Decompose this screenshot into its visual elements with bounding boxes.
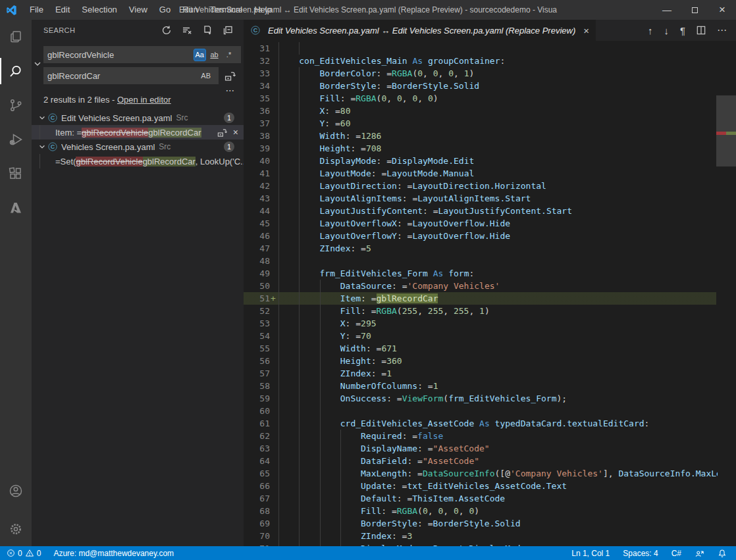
menu-item-edit[interactable]: Edit bbox=[49, 0, 76, 20]
line-number[interactable]: 68 bbox=[244, 505, 278, 517]
line-number[interactable]: 41 bbox=[244, 167, 278, 180]
code-line[interactable]: 35Fill: =RGBA(0, 0, 0, 0) bbox=[244, 92, 736, 105]
sidebar-item-source-control[interactable] bbox=[0, 88, 32, 122]
code-line[interactable]: 66Update: =txt_EditVehicles_AssetCode.Te… bbox=[244, 480, 736, 492]
menu-item-selection[interactable]: Selection bbox=[76, 0, 122, 20]
line-number[interactable]: 48 bbox=[244, 255, 278, 267]
line-number[interactable]: 65 bbox=[244, 467, 278, 480]
whole-word-toggle[interactable]: ab bbox=[208, 49, 221, 61]
code-line[interactable]: 55Width: =671 bbox=[244, 342, 736, 355]
indentation-status[interactable]: Spaces: 4 bbox=[623, 549, 658, 558]
code-line[interactable]: 53X: =295 bbox=[244, 317, 736, 330]
toggle-replace-chevron[interactable] bbox=[33, 59, 42, 68]
code-line[interactable]: 34BorderStyle: =BorderStyle.Solid bbox=[244, 80, 736, 92]
line-number[interactable]: 59 bbox=[244, 392, 278, 405]
scrollbar-thumb[interactable] bbox=[716, 95, 736, 166]
line-number[interactable]: 55 bbox=[244, 342, 278, 355]
azure-account-status[interactable]: Azure: md@matthewdevaney.com bbox=[53, 549, 174, 558]
line-number[interactable]: 36 bbox=[244, 105, 278, 117]
refresh-button[interactable] bbox=[160, 24, 173, 37]
line-number[interactable]: 63 bbox=[244, 442, 278, 455]
sidebar-item-search[interactable] bbox=[0, 54, 32, 88]
replace-input[interactable] bbox=[43, 71, 199, 81]
line-number[interactable]: 35 bbox=[244, 92, 278, 105]
code-line[interactable]: 37Y: =60 bbox=[244, 117, 736, 130]
line-number[interactable]: 39 bbox=[244, 142, 278, 155]
code-line[interactable]: 43LayoutAlignItems: =LayoutAlignItems.St… bbox=[244, 192, 736, 205]
code-line[interactable]: 40DisplayMode: =DisplayMode.Edit bbox=[244, 155, 736, 167]
collapse-all-button[interactable] bbox=[221, 24, 234, 37]
code-line[interactable]: 62Required: =false bbox=[244, 430, 736, 442]
line-number[interactable]: 33 bbox=[244, 67, 278, 80]
line-number[interactable]: 40 bbox=[244, 155, 278, 167]
code-editor[interactable]: 3132con_EditVehicles_Main As groupContai… bbox=[244, 41, 736, 546]
toggle-search-details-button[interactable]: ⋯ bbox=[223, 86, 238, 95]
code-line[interactable]: 47ZIndex: =5 bbox=[244, 242, 736, 255]
line-number[interactable]: 38 bbox=[244, 130, 278, 142]
code-line[interactable]: 68Fill: =RGBA(0, 0, 0, 0) bbox=[244, 505, 736, 517]
dismiss-match-button[interactable]: × bbox=[233, 127, 238, 138]
preserve-case-toggle[interactable]: AB bbox=[199, 70, 213, 82]
code-line[interactable]: 48 bbox=[244, 255, 736, 267]
account-button[interactable] bbox=[0, 474, 32, 508]
code-line[interactable]: 32con_EditVehicles_Main As groupContaine… bbox=[244, 55, 736, 67]
tab-replace-preview[interactable]: C Edit Vehicles Screen.pa.yaml ↔ Edit Ve… bbox=[244, 20, 596, 41]
render-whitespace-button[interactable]: ¶ bbox=[680, 25, 685, 36]
open-in-editor-link[interactable]: Open in editor bbox=[117, 95, 171, 105]
code-line[interactable]: 52Fill: =RGBA(255, 255, 255, 1) bbox=[244, 305, 736, 317]
split-editor-button[interactable] bbox=[697, 26, 706, 35]
close-window-button[interactable]: × bbox=[708, 0, 736, 20]
code-line[interactable]: 65MaxLength: =DataSourceInfo([@'Company … bbox=[244, 467, 736, 480]
code-line[interactable]: 60 bbox=[244, 405, 736, 417]
replace-match-button[interactable] bbox=[217, 128, 227, 138]
scrollbar[interactable] bbox=[716, 41, 736, 546]
file-result-row[interactable]: C Vehicles Screen.pa.yaml Src 1 bbox=[32, 140, 244, 154]
line-number[interactable]: 45 bbox=[244, 217, 278, 230]
code-line[interactable]: 70ZIndex: =3 bbox=[244, 530, 736, 542]
code-line[interactable]: 31 bbox=[244, 42, 736, 55]
code-line[interactable]: 63DisplayName: ="AssetCode" bbox=[244, 442, 736, 455]
line-number[interactable]: 52 bbox=[244, 305, 278, 317]
code-line[interactable]: 33BorderColor: =RGBA(0, 0, 0, 1) bbox=[244, 67, 736, 80]
code-line[interactable]: 45LayoutOverflowX: =LayoutOverflow.Hide bbox=[244, 217, 736, 230]
cursor-position-status[interactable]: Ln 1, Col 1 bbox=[571, 549, 610, 558]
code-line[interactable]: 44LayoutJustifyContent: =LayoutJustifyCo… bbox=[244, 205, 736, 217]
line-number[interactable]: 70 bbox=[244, 530, 278, 542]
line-number[interactable]: 60 bbox=[244, 405, 278, 417]
close-tab-button[interactable]: × bbox=[583, 25, 589, 36]
code-line[interactable]: 49frm_EditVehicles_Form As form: bbox=[244, 267, 736, 280]
code-line[interactable]: 51+Item: =gblRecordCar bbox=[244, 292, 736, 305]
line-number[interactable]: 37 bbox=[244, 117, 278, 130]
match-case-toggle[interactable]: Aa bbox=[194, 49, 206, 61]
line-number[interactable]: 49 bbox=[244, 267, 278, 280]
code-line[interactable]: 42LayoutDirection: =LayoutDirection.Hori… bbox=[244, 180, 736, 192]
code-line[interactable]: 38Width: =1286 bbox=[244, 130, 736, 142]
feedback-icon[interactable] bbox=[695, 549, 704, 558]
line-number[interactable]: 51+ bbox=[244, 292, 278, 305]
code-line[interactable]: 57ZIndex: =1 bbox=[244, 367, 736, 380]
settings-button[interactable] bbox=[0, 512, 32, 546]
code-line[interactable]: 59OnSuccess: =ViewForm(frm_EditVehicles_… bbox=[244, 392, 736, 405]
line-number[interactable]: 32 bbox=[244, 55, 278, 67]
next-change-button[interactable]: ↓ bbox=[664, 25, 669, 36]
code-line[interactable]: 54Y: =70 bbox=[244, 330, 736, 342]
menu-item-go[interactable]: Go bbox=[153, 0, 176, 20]
line-number[interactable]: 69 bbox=[244, 517, 278, 530]
code-line[interactable]: 41LayoutMode: =LayoutMode.Manual bbox=[244, 167, 736, 180]
line-number[interactable]: 42 bbox=[244, 180, 278, 192]
line-number[interactable]: 31 bbox=[244, 42, 278, 55]
language-mode-status[interactable]: C# bbox=[671, 549, 681, 558]
previous-change-button[interactable]: ↑ bbox=[648, 25, 653, 36]
open-new-search-editor-button[interactable] bbox=[201, 24, 214, 37]
regex-toggle[interactable]: .* bbox=[223, 49, 235, 61]
code-line[interactable]: 50DataSource: ='Company Vehicles' bbox=[244, 280, 736, 292]
file-result-row[interactable]: C Edit Vehicles Screen.pa.yaml Src 1 bbox=[32, 111, 244, 125]
line-number[interactable]: 50 bbox=[244, 280, 278, 292]
maximize-button[interactable] bbox=[681, 0, 708, 20]
line-number[interactable]: 61 bbox=[244, 417, 278, 430]
code-line[interactable]: 61crd_EditVehicles_AssetCode As typedDat… bbox=[244, 417, 736, 430]
code-line[interactable]: 64DataField: ="AssetCode" bbox=[244, 455, 736, 467]
match-result-row[interactable]: =Set(gblRecordVehiclegblRecordCar, LookU… bbox=[32, 154, 244, 168]
line-number[interactable]: 54 bbox=[244, 330, 278, 342]
line-number[interactable]: 56 bbox=[244, 355, 278, 367]
